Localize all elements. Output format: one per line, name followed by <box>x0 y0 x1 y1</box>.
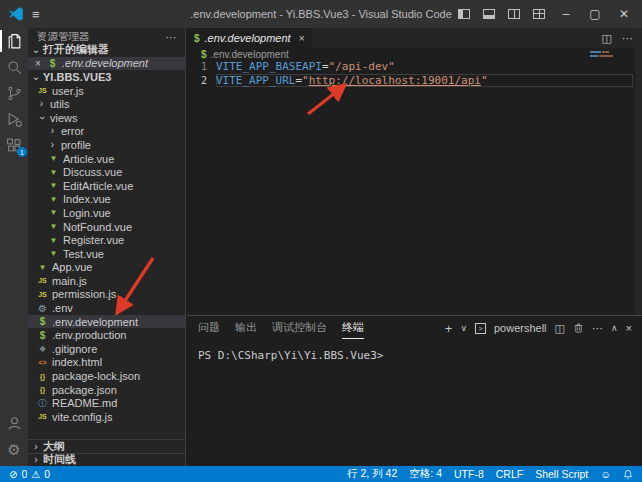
tree-item-label: Register.vue <box>63 234 124 246</box>
notifications-bell-icon[interactable] <box>623 469 633 480</box>
tree-item-views[interactable]: ›views <box>28 111 185 125</box>
tree-item-main.js[interactable]: JSmain.js <box>28 274 185 288</box>
tree-item-discuss.vue[interactable]: ▼Discuss.vue <box>28 165 185 179</box>
panel-tab[interactable]: 问题 <box>198 317 220 339</box>
tree-item-app.vue[interactable]: ▼App.vue <box>28 261 185 275</box>
vue-icon: ▼ <box>48 249 59 258</box>
tree-item-article.vue[interactable]: ▼Article.vue <box>28 152 185 166</box>
tree-item-label: Login.vue <box>63 207 111 219</box>
tree-item-test.vue[interactable]: ▼Test.vue <box>28 247 185 261</box>
tree-item-index.vue[interactable]: ▼Index.vue <box>28 193 185 207</box>
tree-item-package.json[interactable]: {}package.json <box>28 383 185 397</box>
chevron-down-icon: ⌄ <box>31 44 41 55</box>
close-icon[interactable]: × <box>299 32 305 44</box>
open-editors-header[interactable]: ⌄ 打开的编辑器 <box>28 43 185 57</box>
tree-item-label: NotFound.vue <box>63 221 132 233</box>
tree-item-readme.md[interactable]: ⓘREADME.md <box>28 396 185 410</box>
source-control-icon[interactable] <box>0 80 28 106</box>
code-line-2[interactable]: 2VITE_APP_URL="http://localhost:19001/ap… <box>187 74 642 88</box>
tree-item-index.html[interactable]: <>index.html <box>28 356 185 370</box>
tree-item-user.js[interactable]: JSuser.js <box>28 84 185 98</box>
minimap[interactable] <box>590 51 616 59</box>
tree-item-error[interactable]: ›error <box>28 125 185 139</box>
split-terminal-icon[interactable]: ◫ <box>555 322 565 335</box>
activity-bar: 1 ⚙ <box>0 28 28 466</box>
code-area[interactable]: 1VITE_APP_BASEAPI="/api-dev"2VITE_APP_UR… <box>187 60 642 87</box>
tree-item-.env[interactable]: ⚙.env <box>28 301 185 315</box>
code-token: = <box>322 60 329 73</box>
maximize-panel-icon[interactable]: ∧ <box>611 323 618 333</box>
split-editor-icon[interactable]: ◫ <box>602 32 612 45</box>
toggle-panel-icon[interactable] <box>483 9 495 19</box>
toggle-secondary-sidebar-icon[interactable] <box>508 9 520 19</box>
more-actions-icon[interactable]: ⋯ <box>622 32 633 45</box>
explorer-icon[interactable] <box>0 28 28 54</box>
terminal-output[interactable]: PS D:\CSharp\Yi\Yi.BBS.Vue3> <box>187 340 642 362</box>
search-icon[interactable] <box>0 54 28 80</box>
toggle-sidebar-icon[interactable] <box>458 9 470 19</box>
more-actions-icon[interactable]: ⋯ <box>166 31 178 43</box>
tree-item-.env.development[interactable]: $.env.development <box>28 315 185 329</box>
tree-item-profile[interactable]: ›profile <box>28 138 185 152</box>
chevron-right-icon: › <box>31 454 41 465</box>
warnings-icon[interactable]: ⚠ <box>31 469 40 480</box>
maximize-button[interactable]: ▢ <box>587 7 603 21</box>
js-icon: JS <box>37 413 48 420</box>
tree-item-vite.config.js[interactable]: JSvite.config.js <box>28 410 185 424</box>
open-editor-item[interactable]: × $ .env.development <box>28 57 185 71</box>
vue-icon: ▼ <box>48 208 59 217</box>
timeline-section-header[interactable]: › 时间线 <box>28 453 185 467</box>
warnings-count[interactable]: 0 <box>44 468 50 480</box>
close-icon[interactable]: × <box>35 58 43 69</box>
settings-gear-icon[interactable]: ⚙ <box>0 436 28 462</box>
tree-item-label: App.vue <box>52 261 92 273</box>
terminal-dropdown-icon[interactable]: ∨ <box>460 323 467 333</box>
tab-env-development[interactable]: $ .env.development × <box>187 28 312 48</box>
run-debug-icon[interactable] <box>0 106 28 132</box>
indentation[interactable]: 空格: 4 <box>409 467 442 481</box>
eol-sequence[interactable]: CRLF <box>496 468 523 480</box>
tree-item-register.vue[interactable]: ▼Register.vue <box>28 233 185 247</box>
panel-tab[interactable]: 输出 <box>235 317 257 339</box>
code-line-1[interactable]: 1VITE_APP_BASEAPI="/api-dev" <box>187 60 642 74</box>
new-terminal-icon[interactable]: + <box>445 321 453 336</box>
customize-layout-icon[interactable] <box>533 9 545 19</box>
tree-item-notfound.vue[interactable]: ▼NotFound.vue <box>28 220 185 234</box>
tree-item-utils[interactable]: ›utils <box>28 97 185 111</box>
outline-section-header[interactable]: › 大纲 <box>28 439 185 453</box>
tree-item-package-lock.json[interactable]: {}package-lock.json <box>28 369 185 383</box>
html-icon: <> <box>37 359 48 366</box>
kill-terminal-trash-icon[interactable] <box>573 322 584 334</box>
errors-count[interactable]: 0 <box>21 468 27 480</box>
breadcrumb[interactable]: $ .env.development <box>187 48 642 60</box>
tree-item-login.vue[interactable]: ▼Login.vue <box>28 206 185 220</box>
tree-item-.env.production[interactable]: $.env.production <box>28 328 185 342</box>
tree-item-.gitignore[interactable]: ◆.gitignore <box>28 342 185 356</box>
tree-item-label: Index.vue <box>63 193 111 205</box>
tree-item-label: user.js <box>52 85 84 97</box>
encoding[interactable]: UTF-8 <box>454 468 484 480</box>
project-section-header[interactable]: ⌄ YI.BBS.VUE3 <box>28 70 185 84</box>
menu-icon[interactable]: ≡ <box>32 7 40 22</box>
editor-scrollbar[interactable] <box>635 28 642 315</box>
panel-tab[interactable]: 终端 <box>342 317 364 339</box>
terminal-shell-icon: > <box>475 323 486 334</box>
tree-item-editarticle.vue[interactable]: ▼EditArticle.vue <box>28 179 185 193</box>
more-actions-icon[interactable]: ⋯ <box>592 322 603 335</box>
minimize-button[interactable]: – <box>558 7 574 21</box>
panel-tab[interactable]: 调试控制台 <box>272 317 327 339</box>
close-panel-icon[interactable]: × <box>626 322 632 334</box>
account-icon[interactable] <box>0 410 28 436</box>
cursor-position[interactable]: 行 2, 列 42 <box>347 467 397 481</box>
feedback-smiley-icon[interactable]: ☺ <box>600 468 611 480</box>
json-icon: {} <box>37 386 48 393</box>
shell-selector[interactable]: powershell <box>494 322 547 334</box>
tree-item-label: EditArticle.vue <box>63 180 133 192</box>
language-mode[interactable]: Shell Script <box>535 468 588 480</box>
tree-item-label: .env.development <box>52 316 138 328</box>
close-button[interactable]: ✕ <box>616 7 632 21</box>
errors-icon[interactable]: ⊘ <box>9 469 17 480</box>
chevron-right-icon: › <box>37 99 46 109</box>
tree-item-permission.js[interactable]: JSpermission.js <box>28 288 185 302</box>
extensions-icon[interactable]: 1 <box>0 132 28 158</box>
